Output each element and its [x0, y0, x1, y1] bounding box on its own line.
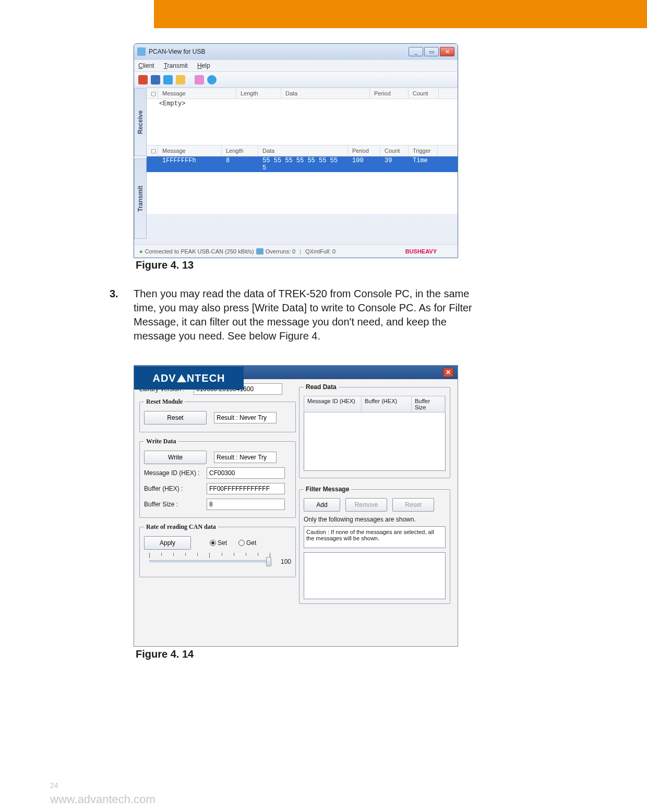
rate-set-radio[interactable]	[210, 540, 216, 546]
rx-body[interactable]: <Empty>	[147, 99, 458, 145]
write-button[interactable]: Write	[144, 451, 207, 464]
status-busheavy: BUSHEAVY	[405, 248, 437, 254]
tx-row[interactable]: 1FFFFFFFh 8 55 55 55 55 55 55 55 5 100 3…	[147, 156, 458, 172]
write-msgid-input[interactable]	[207, 467, 285, 479]
pcan-toolbar	[134, 72, 458, 88]
status-qxmt: QXmtFull: 0	[305, 248, 336, 254]
tx-row-trigger: Time	[409, 156, 438, 172]
tx-row-data: 55 55 55 55 55 55 55 5	[258, 156, 348, 172]
pcan-title: PCAN-View for USB	[149, 48, 409, 55]
maximize-button[interactable]: ▭	[424, 47, 439, 56]
read-data-legend: Read Data	[304, 383, 339, 391]
reset-module-legend: Reset Module	[144, 398, 185, 406]
filter-list[interactable]	[304, 552, 446, 599]
cantest-window: CAN Test ✕ Library Version : Reset Modul…	[134, 365, 458, 647]
window-buttons: _ ▭ ✕	[409, 47, 454, 56]
menu-help[interactable]: Help	[197, 62, 210, 69]
pcan-menubar: Client Transmit Help	[134, 59, 458, 72]
figure-4-14-caption: Figure 4. 14	[136, 648, 194, 660]
rate-value: 100	[281, 558, 291, 565]
footer-url: www.advantech.com	[50, 793, 155, 806]
figure-4-13-caption: Figure 4. 13	[136, 259, 194, 271]
rate-slider[interactable]: 100	[144, 553, 291, 573]
minimize-button[interactable]: _	[409, 47, 423, 56]
write-bsize-label: Buffer Size :	[144, 501, 207, 508]
tx-row-len: 8	[222, 156, 258, 172]
receive-tab-label: Receive	[137, 110, 144, 134]
cantest-left-column: Library Version : Reset Module Reset Wri…	[139, 383, 296, 583]
page-top-white-box	[0, 0, 154, 28]
rx-col-data: Data	[281, 88, 370, 99]
pcan-titlebar: PCAN-View for USB _ ▭ ✕	[134, 44, 458, 59]
filter-message-legend: Filter Message	[304, 486, 351, 493]
read-col-msgid: Message ID (HEX)	[304, 396, 362, 412]
filter-note: Only the following messages are shown.	[304, 516, 446, 523]
status-card-icon	[256, 248, 263, 254]
rate-get-radio[interactable]	[238, 540, 245, 546]
rx-empty-text: <Empty>	[147, 99, 458, 108]
tx-header: ▢ Message Length Data Period Count Trigg…	[147, 145, 458, 156]
new-msg-icon[interactable]	[163, 75, 173, 84]
write-buf-label: Buffer (HEX) :	[144, 485, 207, 492]
read-col-buf: Buffer (HEX)	[362, 396, 412, 412]
rx-col-length: Length	[236, 88, 281, 99]
status-overruns: Overruns: 0	[266, 248, 295, 254]
write-result	[214, 452, 277, 463]
step-3-number: 3.	[110, 287, 118, 301]
write-buf-input[interactable]	[207, 483, 285, 494]
filter-remove-button[interactable]: Remove	[345, 498, 387, 512]
write-data-group: Write Data Write Message ID (HEX) : Buff…	[139, 438, 296, 518]
cantest-close-button[interactable]: ✕	[443, 368, 453, 377]
rate-get-label: Get	[246, 539, 256, 547]
filter-reset-button[interactable]: Reset	[392, 498, 434, 512]
reset-module-group: Reset Module Reset	[139, 398, 296, 432]
pcan-panes: ▢ Message Length Data Period Count <Empt…	[147, 88, 458, 214]
rate-set-label: Set	[218, 539, 227, 547]
reset-button[interactable]: Reset	[144, 411, 207, 425]
read-data-group: Read Data Message ID (HEX) Buffer (HEX) …	[299, 383, 450, 478]
rx-col-count: Count	[409, 88, 439, 99]
transmit-tab[interactable]: Transmit	[134, 159, 147, 239]
rate-group: Rate of reading CAN data Apply Set Get	[139, 523, 296, 577]
write-bsize-input[interactable]	[207, 499, 285, 510]
page-number: 24	[50, 781, 58, 790]
filter-add-button[interactable]: Add	[304, 498, 340, 512]
reset-result	[214, 412, 277, 423]
advantech-logo-triangle-icon	[177, 374, 186, 382]
read-table-header: Message ID (HEX) Buffer (HEX) Buffer Siz…	[304, 396, 446, 413]
pcan-statusbar: ● Connected to PEAK USB-CAN (250 kBit/s)…	[134, 244, 458, 258]
transmit-tab-label: Transmit	[137, 186, 144, 212]
cantest-body: Library Version : Reset Module Reset Wri…	[134, 379, 458, 390]
tx-col-period: Period	[348, 146, 380, 156]
tx-col-count: Count	[380, 146, 409, 156]
info-icon[interactable]	[207, 75, 217, 84]
menu-transmit[interactable]: Transmit	[164, 62, 188, 69]
tx-col-length: Length	[222, 146, 258, 156]
rate-slider-thumb[interactable]	[266, 557, 271, 566]
reset-icon[interactable]	[151, 75, 160, 84]
write-data-legend: Write Data	[144, 438, 178, 445]
tx-col-data: Data	[258, 146, 348, 156]
pcan-app-icon	[137, 47, 146, 56]
menu-client[interactable]: Client	[138, 62, 154, 69]
status-conn: Connected to PEAK USB-CAN (250 kBit/s)	[145, 248, 254, 254]
advantech-logo: ADVNTECH	[134, 367, 244, 390]
rx-col-period: Period	[370, 88, 409, 99]
disconnect-icon[interactable]	[138, 75, 148, 84]
tx-col-trigger: Trigger	[409, 146, 438, 156]
step-3: 3. Then you may read the data of TREK-52…	[111, 287, 486, 343]
read-col-bsize: Buffer Size	[412, 396, 445, 412]
read-data-list[interactable]	[304, 413, 446, 471]
receive-tab[interactable]: Receive	[134, 88, 147, 156]
rx-col-message: Message	[158, 88, 236, 99]
filter-message-group: Filter Message Add Remove Reset Only the…	[299, 486, 450, 604]
trace-icon[interactable]	[195, 75, 204, 84]
step-3-text: Then you may read the data of TREK-520 f…	[134, 287, 486, 343]
tx-row-count: 39	[380, 156, 409, 172]
tx-body[interactable]: 1FFFFFFFh 8 55 55 55 55 55 55 55 5 100 3…	[147, 156, 458, 214]
open-icon[interactable]	[176, 75, 185, 84]
apply-button[interactable]: Apply	[144, 536, 191, 550]
pcan-window: PCAN-View for USB _ ▭ ✕ Client Transmit …	[134, 43, 458, 258]
tx-col-message: Message	[158, 146, 222, 156]
close-button[interactable]: ✕	[440, 47, 454, 56]
